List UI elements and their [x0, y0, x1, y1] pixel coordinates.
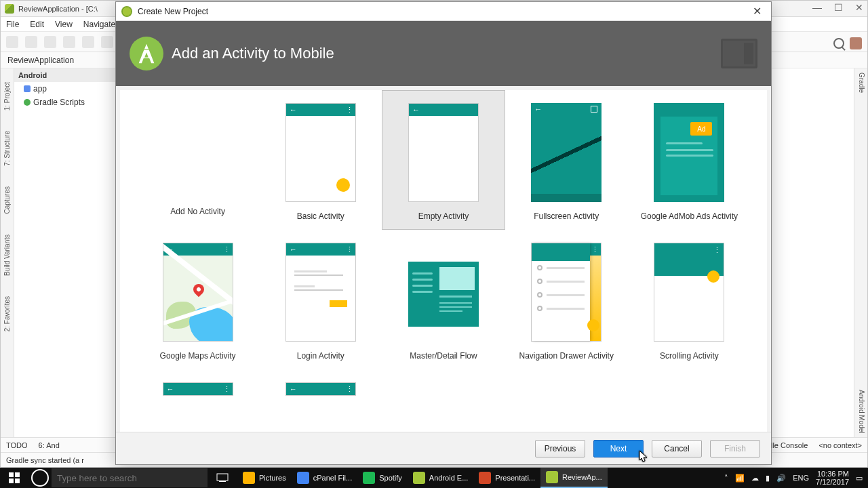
create-new-project-dialog: Create New Project ✕ Add an Activity to …	[115, 1, 772, 465]
taskbar-clock[interactable]: 10:36 PM 7/12/2017	[816, 470, 849, 486]
ide-window-controls: — ☐ ✕	[812, 2, 863, 13]
app-label: ReviewAp...	[562, 473, 602, 481]
project-node-label: app	[33, 84, 47, 94]
activity-label: Login Activity	[297, 351, 344, 361]
breadcrumb-item[interactable]: ReviewApplication	[7, 56, 74, 65]
tool-gradle[interactable]: Gradle	[858, 73, 865, 93]
system-tray: ˄ 📶 ☁ ▮ 🔊 ENG 10:36 PM 7/12/2017 ▭	[719, 470, 868, 486]
cancel-button[interactable]: Cancel	[652, 440, 702, 458]
taskbar-app-button[interactable]: Spotify	[357, 468, 408, 488]
taskbar-app-button[interactable]: cPanel Fil...	[292, 468, 357, 488]
close-ide-button[interactable]: ✕	[855, 2, 863, 13]
activity-option-navigation-drawer[interactable]: ⋮ Navigation Drawer Activity	[505, 230, 628, 369]
tool-favorites[interactable]: 2: Favorites	[3, 296, 11, 331]
wifi-icon[interactable]: 📶	[735, 474, 745, 483]
ide-left-toolwindow-bar: 1: Project 7: Structure Captures Build V…	[1, 68, 14, 439]
activity-option-empty[interactable]: ← Empty Activity	[382, 90, 505, 230]
activity-option-none[interactable]: Add No Activity	[136, 90, 259, 230]
project-node-label: Gradle Scripts	[33, 98, 85, 107]
app-icon	[413, 472, 425, 484]
tool-build-variants[interactable]: Build Variants	[3, 235, 11, 276]
taskbar-app-button[interactable]: ReviewAp...	[540, 468, 608, 488]
tool-android-model[interactable]: Android Model	[858, 390, 865, 433]
project-tool-window: Android app Gradle Scripts	[14, 68, 116, 439]
action-center-icon[interactable]: ▭	[856, 474, 863, 483]
menu-view[interactable]: View	[55, 20, 73, 29]
activity-label: Google Maps Activity	[160, 351, 236, 361]
activity-option-master-detail[interactable]: Master/Detail Flow	[382, 230, 505, 369]
dialog-header: Add an Activity to Mobile	[116, 21, 771, 86]
dialog-heading: Add an Activity to Mobile	[172, 45, 334, 62]
app-icon	[363, 472, 375, 484]
activity-label: Navigation Drawer Activity	[519, 351, 614, 361]
taskbar-search-input[interactable]	[52, 468, 208, 487]
menu-navigate[interactable]: Navigate	[83, 20, 115, 29]
svg-rect-0	[9, 472, 14, 477]
activity-option-scrolling[interactable]: ⋮ Scrolling Activity	[628, 230, 751, 369]
module-icon	[24, 85, 31, 92]
app-icon	[297, 472, 309, 484]
svg-rect-2	[9, 479, 14, 483]
tool-structure[interactable]: 7: Structure	[3, 131, 11, 166]
tool-project[interactable]: 1: Project	[3, 82, 11, 110]
ad-badge: Ad	[690, 122, 712, 136]
battery-icon[interactable]: ▮	[766, 474, 770, 483]
onedrive-icon[interactable]: ☁	[751, 474, 759, 483]
tool-captures[interactable]: Captures	[3, 186, 11, 214]
activity-option-partial[interactable]: ←⋮	[259, 369, 382, 396]
toolbar-button[interactable]	[6, 36, 18, 48]
task-view-button[interactable]	[208, 468, 237, 488]
ide-toolbar-right	[833, 37, 862, 49]
menu-edit[interactable]: Edit	[30, 20, 44, 29]
context-indicator: <no context>	[818, 441, 862, 449]
activity-label: Scrolling Activity	[660, 351, 719, 361]
android-studio-logo-icon	[130, 37, 163, 70]
cortana-icon[interactable]	[31, 469, 49, 487]
toolbar-button[interactable]	[63, 36, 75, 48]
activity-label: Master/Detail Flow	[410, 351, 477, 361]
activity-label: Fullscreen Activity	[534, 211, 599, 221]
toolbar-button[interactable]	[101, 36, 113, 48]
svg-rect-5	[219, 481, 226, 482]
project-view-selector[interactable]: Android	[14, 68, 115, 82]
language-indicator[interactable]: ENG	[793, 474, 809, 482]
menu-file[interactable]: File	[6, 20, 19, 29]
maximize-button[interactable]: ☐	[834, 2, 843, 13]
search-icon[interactable]	[833, 38, 844, 49]
close-icon[interactable]: ✕	[749, 3, 766, 19]
app-label: Spotify	[379, 474, 402, 482]
toolbar-button[interactable]	[82, 36, 94, 48]
activity-option-basic[interactable]: ←⋮ Basic Activity	[259, 90, 382, 230]
activity-option-partial[interactable]: ←⋮	[136, 369, 259, 396]
app-label: cPanel Fil...	[313, 474, 352, 482]
activity-gallery: Add No Activity ←⋮ Basic Activity ← Empt…	[120, 90, 767, 432]
taskbar-app-button[interactable]: Android E...	[408, 468, 473, 488]
start-button[interactable]	[0, 468, 28, 488]
taskbar-app-button[interactable]: Presentati...	[473, 468, 540, 488]
clock-time: 10:36 PM	[816, 470, 849, 478]
finish-button[interactable]: Finish	[710, 440, 760, 458]
tool-todo[interactable]: TODO	[6, 441, 28, 449]
svg-rect-3	[15, 479, 20, 483]
dialog-footer: Previous Next Cancel Finish	[116, 432, 771, 464]
avatar[interactable]	[850, 37, 862, 49]
activity-option-maps[interactable]: ←⋮ Google Maps Activity	[136, 230, 259, 369]
taskbar-app-button[interactable]: Pictures	[237, 468, 292, 488]
previous-button[interactable]: Previous	[535, 440, 585, 458]
activity-option-admob[interactable]: Ad Google AdMob Ads Activity	[628, 90, 751, 230]
activity-label: Empty Activity	[418, 211, 469, 221]
activity-option-login[interactable]: ←⋮ Login Activity	[259, 230, 382, 369]
minimize-button[interactable]: —	[812, 2, 822, 13]
activity-option-fullscreen[interactable]: ← Fullscreen Activity	[505, 90, 628, 230]
dialog-title: Create New Project	[138, 7, 208, 16]
toolbar-button[interactable]	[25, 36, 37, 48]
project-node-app[interactable]: app	[14, 82, 115, 96]
volume-icon[interactable]: 🔊	[776, 474, 786, 483]
next-button[interactable]: Next	[593, 440, 644, 458]
app-icon	[243, 472, 255, 484]
project-node-gradle[interactable]: Gradle Scripts	[14, 96, 115, 109]
tool-android[interactable]: 6: And	[39, 441, 60, 449]
status-message: Gradle sync started (a r	[6, 456, 84, 464]
tray-chevron-up-icon[interactable]: ˄	[724, 474, 728, 483]
toolbar-button[interactable]	[44, 36, 56, 48]
